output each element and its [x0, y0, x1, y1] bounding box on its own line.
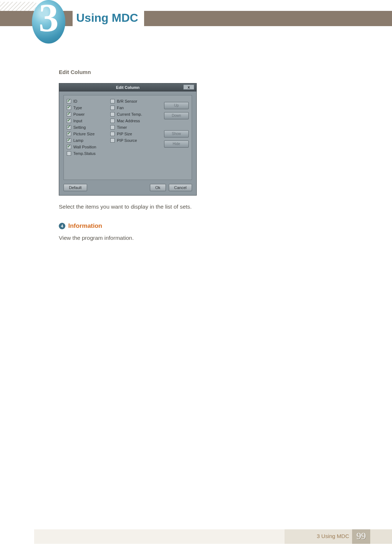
step-heading: 4 Information [59, 222, 262, 230]
item-label: B/R Sensor [117, 99, 137, 103]
list-item[interactable]: Mac Address [110, 119, 150, 123]
list-item[interactable]: B/R Sensor [110, 99, 150, 103]
item-label: Type [73, 106, 82, 110]
footer-text: 3 Using MDC [317, 533, 349, 539]
list-item[interactable]: Setting [67, 125, 107, 130]
item-label: Input [73, 119, 82, 123]
checkbox-icon[interactable] [67, 125, 71, 130]
page-content: Edit Column Edit Column x ID Type Power … [59, 69, 262, 254]
chapter-title: Using MDC [73, 9, 144, 27]
item-label: Timer [117, 125, 127, 130]
checkbox-icon[interactable] [67, 99, 71, 103]
item-label: PIP Size [117, 132, 132, 136]
dialog-footer: Default Ok Cancel [64, 183, 192, 192]
checkbox-icon[interactable] [110, 132, 115, 136]
list-item[interactable]: Lamp [67, 138, 107, 143]
list-item[interactable]: PIP Size [110, 132, 150, 136]
item-label: Setting [73, 125, 86, 130]
checkbox-icon[interactable] [110, 138, 115, 143]
default-button[interactable]: Default [64, 184, 87, 191]
page-footer: 3 Using MDC 99 [0, 529, 392, 544]
column-right: B/R Sensor Fan Current Temp. Mac Address… [110, 99, 150, 156]
list-item[interactable]: Wall Position [67, 145, 107, 149]
item-label: Mac Address [117, 119, 140, 123]
item-label: PIP Source [117, 138, 137, 143]
item-label: ID [73, 99, 77, 103]
list-item[interactable]: Fan [110, 106, 150, 110]
chapter-number: 3 [39, 0, 59, 40]
checkbox-icon[interactable] [67, 145, 71, 149]
item-label: Fan [117, 106, 124, 110]
close-icon[interactable]: x [183, 85, 194, 90]
list-item[interactable]: Type [67, 106, 107, 110]
body-text: Select the items you want to display in … [59, 204, 262, 210]
up-button[interactable]: Up [164, 102, 189, 109]
checkbox-icon[interactable] [67, 138, 71, 143]
section-heading: Edit Column [59, 69, 262, 75]
checkbox-icon[interactable] [67, 119, 71, 123]
list-item[interactable]: Picture Size [67, 132, 107, 136]
ok-button[interactable]: Ok [150, 184, 166, 191]
dialog-titlebar: Edit Column x [59, 83, 196, 91]
checkbox-icon[interactable] [110, 119, 115, 123]
list-item[interactable]: Power [67, 112, 107, 116]
hide-button[interactable]: Hide [164, 140, 189, 148]
edit-column-dialog: Edit Column x ID Type Power Input Settin… [59, 83, 197, 196]
step-title: Information [68, 222, 102, 230]
dialog-body: ID Type Power Input Setting Picture Size… [64, 95, 192, 180]
checkbox-icon[interactable] [67, 151, 71, 156]
item-label: Current Temp. [117, 112, 142, 116]
list-item[interactable]: PIP Source [110, 138, 150, 143]
list-item[interactable]: Temp.Status [67, 151, 107, 156]
step-description: View the program information. [59, 235, 262, 241]
dialog-title-text: Edit Column [116, 85, 140, 90]
item-label: Wall Position [73, 145, 96, 149]
checkbox-icon[interactable] [110, 99, 115, 103]
checkbox-icon[interactable] [67, 132, 71, 136]
checkbox-icon[interactable] [67, 112, 71, 116]
item-label: Picture Size [73, 132, 95, 136]
chapter-number-badge: 3 [32, 0, 65, 44]
column-left: ID Type Power Input Setting Picture Size… [67, 99, 107, 156]
show-button[interactable]: Show [164, 130, 189, 138]
checkbox-icon[interactable] [110, 112, 115, 116]
checkbox-icon[interactable] [110, 106, 115, 110]
list-item[interactable]: Input [67, 119, 107, 123]
list-item[interactable]: ID [67, 99, 107, 103]
item-label: Temp.Status [73, 151, 95, 156]
down-button[interactable]: Down [164, 112, 189, 119]
page-number: 99 [352, 529, 370, 544]
step-number-badge: 4 [59, 223, 65, 229]
side-buttons: Up Down Show Hide [164, 102, 189, 148]
item-label: Lamp [73, 138, 83, 143]
list-item[interactable]: Timer [110, 125, 150, 130]
cancel-button[interactable]: Cancel [169, 184, 192, 191]
checkbox-icon[interactable] [110, 125, 115, 130]
checkbox-icon[interactable] [67, 106, 71, 110]
list-item[interactable]: Current Temp. [110, 112, 150, 116]
item-label: Power [73, 112, 85, 116]
